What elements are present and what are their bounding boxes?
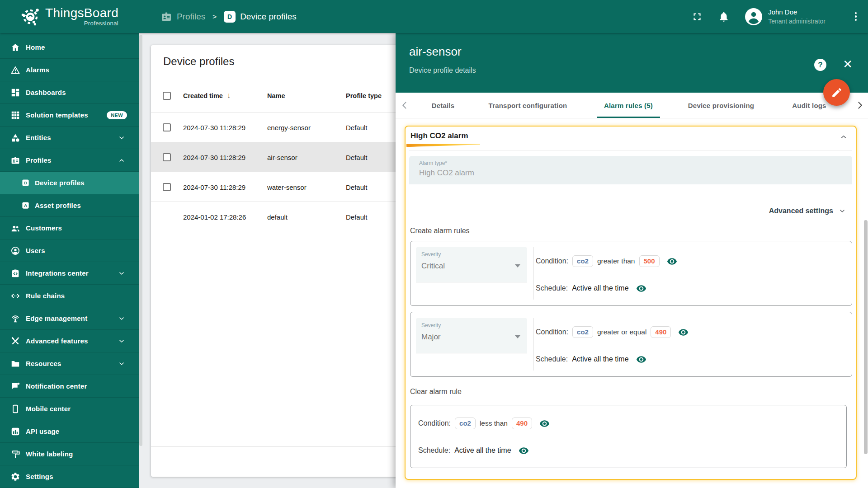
column-profile-type[interactable]: Profile type [346,92,382,99]
more-menu-icon[interactable] [852,11,860,23]
schedule-label: Schedule: [536,355,568,363]
tab-alarm-rules[interactable]: Alarm rules (5) [590,93,667,118]
sidebar-item-asset-profiles[interactable]: AAsset profiles [0,194,139,217]
panel-scrollbar[interactable] [864,220,868,454]
edit-fab-button[interactable] [823,79,850,106]
sidebar-item-settings[interactable]: Settings [0,465,139,488]
close-button[interactable]: ✕ [843,58,853,70]
notification-center-icon [10,381,20,391]
help-button[interactable]: ? [814,59,826,71]
dropdown-arrow-icon [515,335,520,338]
sidebar-scrollbar[interactable] [139,35,142,446]
app-logo[interactable]: ThingsBoard Professional [19,5,118,28]
cell-name: default [267,213,288,221]
sidebar-item-dashboards[interactable]: Dashboards [0,81,139,104]
person-icon [746,9,761,24]
view-condition-eye-icon[interactable] [678,327,689,338]
view-schedule-eye-icon[interactable] [636,283,646,294]
tab-scroll-left-icon[interactable] [399,100,410,111]
user-menu[interactable]: John Doe Tenant administrator [768,8,826,26]
view-schedule-eye-icon[interactable] [519,446,529,456]
dropdown-arrow-icon [515,264,520,267]
row-checkbox[interactable] [163,183,171,191]
chevron-down-icon [118,360,125,367]
column-label: Profile type [346,92,382,99]
alarms-icon [10,65,20,75]
sidebar-item-device-profiles[interactable]: DDevice profiles [0,172,139,194]
logo-text: ThingsBoard Professional [45,5,118,27]
avatar[interactable] [745,8,762,25]
sidebar-item-notification-center[interactable]: Notification center [0,375,139,398]
breadcrumb-profiles[interactable]: Profiles [160,11,205,23]
clear-alarm-rule-label: Clear alarm rule [410,388,462,396]
mobile-center-icon [10,404,20,414]
column-name[interactable]: Name [267,92,285,99]
tab-scroll-right-icon[interactable] [854,100,865,111]
view-condition-eye-icon[interactable] [667,256,677,267]
tab-label: Audit logs [792,102,826,109]
row-checkbox[interactable] [163,153,171,161]
condition-value-chip: 490 [651,326,671,338]
advanced-settings-toggle[interactable]: Advanced settings [769,207,846,215]
sidebar-item-entities[interactable]: Entities [0,127,139,149]
condition-row: Condition: co2 greater than 500 [536,255,677,267]
schedule-row: Schedule: Active all the time [418,444,529,457]
condition-operator: greater or equal [597,328,646,336]
panel-header: air-sensor Device profile details ? ✕ [396,33,868,93]
view-condition-eye-icon[interactable] [539,418,550,429]
tab-label: Transport configuration [489,102,567,109]
sidebar-item-integrations-center[interactable]: Integrations center [0,262,139,285]
sidebar-item-edge-management[interactable]: Edge management [0,307,139,330]
advanced-features-icon [10,336,20,346]
sidebar-item-home[interactable]: Home [0,36,139,59]
notifications-bell-icon[interactable] [718,11,730,23]
alarm-rule-major: Severity Major Condition: co2 greater or… [410,312,852,377]
condition-value-chip: 500 [639,255,660,267]
cell-profile-type: Default [346,183,368,191]
thingsboard-logo-icon [19,5,42,28]
device-profile-icon: D [224,11,236,23]
sidebar-item-label: API usage [26,427,59,435]
sidebar-item-rule-chains[interactable]: Rule chains [0,285,139,307]
severity-value: Critical [421,262,445,271]
sidebar-item-profiles[interactable]: Profiles [0,149,139,172]
fullscreen-icon[interactable] [691,11,703,23]
sidebar-item-resources[interactable]: Resources [0,352,139,375]
sidebar-item-white-labeling[interactable]: White labeling [0,443,139,465]
row-checkbox[interactable] [163,123,171,131]
divider [409,150,852,150]
sidebar-item-label: Notification center [26,382,87,390]
home-icon [10,42,20,52]
tab-details[interactable]: Details [420,93,466,118]
tab-label: Device provisioning [688,102,754,109]
app-title: ThingsBoard [45,5,118,21]
collapse-chevron-up-icon[interactable] [840,133,848,141]
sidebar-item-advanced-features[interactable]: Advanced features [0,330,139,352]
chevron-down-icon [118,315,125,322]
sidebar-item-label: Customers [26,224,62,232]
sidebar-item-users[interactable]: Users [0,239,139,262]
sidebar-item-alarms[interactable]: Alarms [0,59,139,81]
sidebar-item-label: Profiles [26,156,52,164]
tab-transport-configuration[interactable]: Transport configuration [468,93,588,118]
condition-key-chip: co2 [455,418,476,429]
rule-chains-icon [10,291,20,301]
sidebar-item-solution-templates[interactable]: Solution templatesNEW [0,104,139,127]
view-schedule-eye-icon[interactable] [636,354,646,365]
sidebar-item-api-usage[interactable]: API usage [0,420,139,443]
alarm-rule-card: High CO2 alarm Alarm type* High CO2 alar… [405,126,857,480]
column-label: Created time [183,92,223,99]
column-created-time[interactable]: Created time↓ [183,91,231,100]
sidebar-item-customers[interactable]: Customers [0,217,139,239]
close-icon: ✕ [843,57,853,71]
breadcrumb: Profiles > D Device profiles [160,0,297,33]
chevron-down-icon [118,338,125,345]
pencil-icon [831,87,843,99]
profiles-icon [10,155,20,165]
sidebar-item-mobile-center[interactable]: Mobile center [0,398,139,420]
dashboards-icon [10,88,20,98]
sidebar-item-label: Solution templates [26,111,88,119]
select-all-checkbox[interactable] [163,92,171,100]
app-edition: Professional [84,20,118,27]
tab-device-provisioning[interactable]: Device provisioning [669,93,773,118]
